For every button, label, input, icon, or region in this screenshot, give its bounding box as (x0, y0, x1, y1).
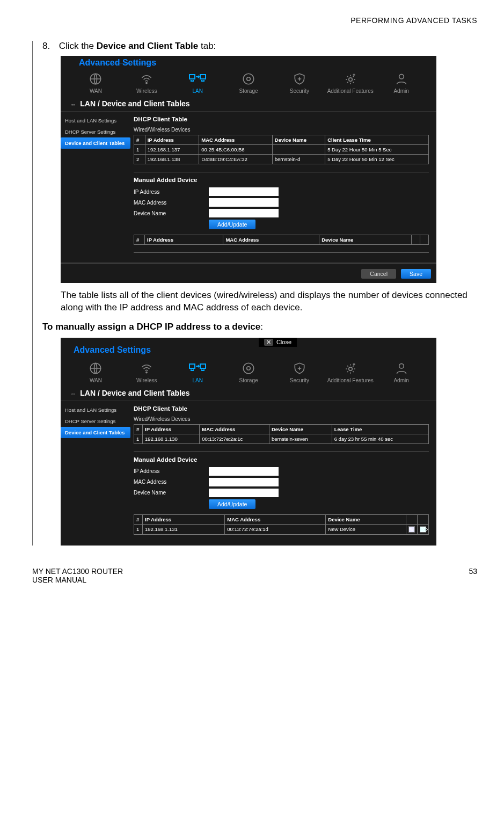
step-number: 8. (42, 41, 56, 52)
input-mac[interactable] (209, 478, 279, 486)
nav-admin[interactable]: Admin (376, 71, 427, 94)
svg-point-9 (146, 372, 147, 373)
svg-rect-2 (189, 75, 195, 79)
svg-point-7 (399, 74, 404, 79)
shield-icon (274, 360, 325, 376)
footer-manual: USER MANUAL (32, 576, 123, 584)
nav-storage[interactable]: Storage (223, 360, 274, 383)
add-update-button[interactable]: Add/Update (209, 499, 255, 509)
table-row: 1 192.168.1.130 00:13:72:7e:2a:1c bernst… (134, 434, 429, 443)
person-icon (376, 360, 427, 376)
advanced-settings-title: Advanced Settings (61, 339, 436, 357)
nav-wan[interactable]: WAN (70, 360, 121, 383)
svg-point-13 (247, 367, 251, 370)
sidebar-item-device-tables[interactable]: Device and Client Tables (61, 137, 130, 149)
add-update-button[interactable]: Add/Update (209, 220, 255, 229)
top-nav: WAN Wireless LAN Storage Security Additi… (61, 357, 436, 387)
manual-device-table: # IP Address MAC Address Device Name 1 1… (134, 514, 429, 535)
svg-point-5 (247, 77, 251, 81)
input-name[interactable] (209, 489, 279, 497)
col-mac: MAC Address (199, 135, 272, 145)
sidebar-item-host[interactable]: Host and LAN Settings (61, 404, 130, 416)
step-text-prefix: Click the (59, 41, 97, 51)
sidebar: Host and LAN Settings DHCP Server Settin… (61, 112, 130, 263)
input-mac[interactable] (209, 198, 279, 207)
advanced-settings-title: Advanced Settings (61, 56, 436, 68)
label-name: Device Name (134, 210, 209, 216)
gear-plus-icon (325, 360, 376, 376)
cancel-button[interactable]: Cancel (361, 269, 396, 279)
heading-manual-assign: To manually assign a DHCP IP address to … (42, 322, 477, 332)
sidebar-item-dhcp[interactable]: DHCP Server Settings (61, 416, 130, 427)
section-title: ▫▫ LAN / Device and Client Tables (61, 387, 436, 401)
sidebar-item-dhcp[interactable]: DHCP Server Settings (61, 126, 130, 137)
nav-admin[interactable]: Admin (376, 360, 427, 383)
close-icon: ✕ (264, 339, 273, 346)
svg-point-4 (243, 74, 254, 84)
screenshot-2: ✕Close Advanced Settings WAN Wireless LA… (61, 338, 436, 546)
manual-added-heading: Manual Added Device (134, 456, 429, 463)
wifi-icon (121, 71, 172, 87)
input-ip[interactable] (209, 467, 279, 476)
page-footer: MY NET AC1300 ROUTER USER MANUAL 53 (32, 567, 477, 584)
svg-point-1 (146, 83, 147, 84)
input-ip[interactable] (209, 187, 279, 196)
globe-icon (70, 71, 121, 87)
label-ip: IP Address (134, 189, 209, 195)
col-num: # (134, 135, 145, 145)
svg-point-6 (348, 78, 352, 82)
sidebar-item-device-tables[interactable]: Device and Client Tables (61, 427, 130, 438)
col-name: Device Name (272, 135, 325, 145)
svg-point-15 (399, 363, 404, 368)
close-tab[interactable]: ✕Close (259, 338, 297, 347)
nav-storage[interactable]: Storage (223, 71, 274, 94)
disc-icon (223, 71, 274, 87)
nav-lan[interactable]: LAN (172, 71, 223, 94)
lan-icon (172, 360, 223, 376)
input-name[interactable] (209, 209, 279, 217)
caption-text: The table lists all of the client device… (61, 289, 477, 314)
delete-icon[interactable]: ⌦ (418, 524, 429, 534)
edit-icon[interactable]: ✎ (406, 524, 418, 534)
top-nav: WAN Wireless LAN Storage Security Additi… (61, 68, 436, 97)
nav-wireless[interactable]: Wireless (121, 71, 172, 94)
step-text-suffix: tab: (198, 41, 216, 51)
wired-wireless-caption: Wired/Wireless Devices (134, 127, 429, 133)
svg-rect-11 (200, 364, 206, 368)
gear-plus-icon (325, 71, 376, 87)
label-mac: MAC Address (134, 200, 209, 206)
nav-wan[interactable]: WAN (70, 71, 121, 94)
person-icon (376, 71, 427, 87)
nav-lan[interactable]: LAN (172, 360, 223, 383)
svg-rect-3 (200, 75, 206, 79)
manual-device-table: # IP Address MAC Address Device Name (134, 235, 429, 245)
step-8: 8. Click the Device and Client Table tab… (42, 41, 477, 52)
nav-wireless[interactable]: Wireless (121, 360, 172, 383)
breadcrumb-icon: ▫▫ (71, 391, 75, 397)
sidebar: Host and LAN Settings DHCP Server Settin… (61, 401, 130, 546)
col-lease: Client Lease Time (325, 135, 429, 145)
globe-icon (70, 360, 121, 376)
table-row: 2 192.168.1.138 D4:BE:D9:C4:EA:32 bernst… (134, 155, 429, 164)
table-row: 1 192.168.1.137 00:25:4B:C6:00:B6 5 Day … (134, 145, 429, 155)
section-title: ▫▫ LAN / Device and Client Tables (61, 97, 436, 112)
screenshot-1: Advanced Settings WAN Wireless LAN Stora… (61, 56, 436, 283)
lan-icon (172, 71, 223, 87)
wired-wireless-caption: Wired/Wireless Devices (134, 416, 429, 422)
footer-product: MY NET AC1300 ROUTER (32, 567, 123, 576)
breadcrumb-icon: ▫▫ (71, 102, 75, 107)
shield-icon (274, 71, 325, 87)
save-button[interactable]: Save (401, 269, 431, 279)
dhcp-client-table-heading: DHCP Client Table (134, 116, 429, 122)
col-ip: IP Address (145, 135, 199, 145)
dhcp-client-table: # IP Address MAC Address Device Name Cli… (134, 135, 429, 164)
sidebar-item-host[interactable]: Host and LAN Settings (61, 115, 130, 126)
nav-additional[interactable]: Additional Features (325, 71, 376, 94)
label-mac: MAC Address (134, 479, 209, 485)
nav-security[interactable]: Security (274, 360, 325, 383)
svg-point-14 (348, 367, 352, 371)
nav-additional[interactable]: Additional Features (325, 360, 376, 383)
nav-security[interactable]: Security (274, 71, 325, 94)
dhcp-client-table: # IP Address MAC Address Device Name Lea… (134, 424, 429, 444)
manual-added-heading: Manual Added Device (134, 177, 429, 183)
